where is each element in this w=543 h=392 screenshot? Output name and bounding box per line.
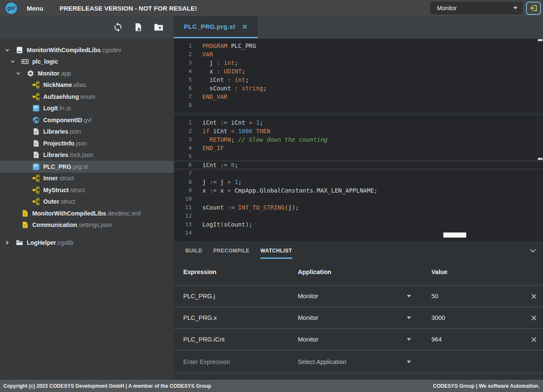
watch-application-dropdown[interactable]: Monitor [298, 314, 431, 321]
watch-value: 50 [431, 293, 524, 300]
watch-expression[interactable]: PLC_PRG.iCnt [183, 336, 298, 343]
mode-dropdown[interactable]: Monitor [430, 2, 523, 14]
line-number: 11 [174, 203, 192, 212]
doc-icon [32, 128, 40, 135]
application-select[interactable]: Select Application [298, 358, 431, 365]
implementation-editor[interactable]: 1iCnt := iCnt + 1;2if iCnt < 1000 THEN3 … [174, 115, 543, 241]
code-line-4: 4END_IF [174, 144, 543, 152]
tree-item-libraries[interactable]: Libraries.lock.json [0, 149, 174, 161]
code-text: END_VAR [192, 92, 227, 101]
decl-scrollbar-thumb[interactable] [538, 39, 543, 41]
tree-item-name: MonitorWithCompiledLibs [27, 47, 101, 53]
watch-application-dropdown[interactable]: Monitor [298, 336, 431, 343]
impl-scrollbar-thumb[interactable] [538, 158, 543, 160]
remove-watch-button[interactable] [531, 336, 537, 343]
tab-plc-prg[interactable]: PLC_PRG.prg.st [174, 16, 258, 38]
tab-close-button[interactable] [242, 24, 248, 30]
editor-splitter[interactable] [174, 112, 543, 115]
panel-collapse-button[interactable] [529, 247, 536, 255]
code-line-12: 12 [174, 212, 543, 220]
panel-tab-build[interactable]: BUILD [185, 248, 202, 259]
code-text: iCnt := 0; [192, 161, 238, 169]
app-window: go! Menu PRERELEASE VERSION - NOT FOR RE… [0, 0, 543, 392]
chevron-down-icon[interactable] [16, 71, 27, 76]
tree-item-extension: .json [68, 128, 81, 135]
code-text: iCnt := iCnt + 1; [192, 118, 263, 127]
tree-item-aufzaehlung[interactable]: Aufzaehlung.enum [0, 91, 174, 103]
tree-item-monitorwithcompiledlibs[interactable]: MonitorWithCompiledLibs.devdesc.xml [0, 207, 174, 219]
watch-value: 964 [431, 336, 524, 343]
code-text: PROGRAM PLC_PRG [192, 42, 256, 50]
watch-value: 3000 [431, 314, 524, 321]
card-icon [21, 58, 29, 65]
tree-item-communication[interactable]: Communication.settings.json [0, 219, 174, 231]
line-number: 1 [174, 42, 192, 50]
code-text: x : UDINT; [192, 67, 245, 76]
code-line-7: 7END_VAR [174, 92, 543, 101]
tree-item-mystruct[interactable]: MyStruct.struct [0, 184, 174, 196]
close-icon [531, 336, 537, 343]
application-select-placeholder: Select Application [298, 358, 346, 365]
new-file-button[interactable] [132, 21, 144, 33]
struct-icon [32, 186, 40, 194]
project-explorer: MonitorWithCompiledLibs.cgodevplc_logicM… [0, 38, 174, 380]
menu-button[interactable]: Menu [27, 5, 43, 12]
declaration-editor[interactable]: 1PROGRAM PLC_PRG2VAR3 j : int;4 x : UDIN… [174, 38, 543, 112]
chevron-down-icon[interactable] [10, 59, 21, 64]
new-file-icon [134, 22, 143, 32]
tree-item-componentid[interactable]: ComponentID.gvl [0, 114, 174, 126]
code-line-14: 14 [174, 229, 543, 237]
tree-item-inner[interactable]: Inner.struct [0, 173, 174, 185]
watch-expression[interactable]: PLC_PRG.j [183, 293, 298, 300]
tree-item-logit[interactable]: LogIt.fn.st [0, 103, 174, 115]
status-footer: Copyright (c) 2023 CODESYS Development G… [0, 380, 543, 392]
panel-tab-watchlist[interactable]: WATCHLIST [260, 248, 292, 259]
decl-scrollbar-track[interactable] [537, 39, 543, 112]
tree-item-extension: .cgodev [101, 47, 121, 53]
line-number: 5 [174, 152, 192, 161]
tree-item-monitorwithcompiledlibs[interactable]: MonitorWithCompiledLibs.cgodev [0, 44, 174, 56]
tree-item-outer[interactable]: Outer.struct [0, 196, 174, 208]
tree-item-monitor[interactable]: Monitor.app [0, 67, 174, 79]
line-number: 7 [174, 92, 192, 101]
tree-item-libraries[interactable]: Libraries.json [0, 126, 174, 138]
remove-watch-button[interactable] [531, 315, 537, 321]
code-text: if iCnt < 1000 THEN [192, 127, 270, 135]
struct-icon [32, 198, 40, 205]
impl-hscrollbar-thumb[interactable] [443, 232, 466, 238]
panel-tab-precompile[interactable]: PRECOMPILE [213, 248, 249, 259]
tree-item-extension: .enum [79, 93, 95, 100]
gear-icon [27, 70, 34, 77]
chevron-down-icon[interactable] [5, 48, 16, 53]
tree-item-loghelper[interactable]: LogHelper.cgolib [0, 237, 174, 249]
tree-gap [0, 231, 174, 237]
tree-item-name: Libraries [43, 151, 68, 158]
tree-item-plc_logic[interactable]: plc_logic [0, 56, 174, 68]
code-line-6: 6 sCount : string; [174, 84, 543, 92]
line-number: 13 [174, 220, 192, 229]
expression-input[interactable]: Enter Expression [183, 358, 298, 365]
remove-watch-button[interactable] [531, 293, 537, 300]
watch-application-value: Monitor [298, 314, 318, 321]
impl-scrollbar-track[interactable] [537, 115, 543, 241]
code-text [192, 212, 202, 220]
chevron-right-icon[interactable] [5, 240, 16, 245]
tree-item-plc_prg[interactable]: PLC_PRG.prg.st [0, 161, 174, 173]
code-text: iCnt : int; [192, 76, 249, 84]
line-number: 12 [174, 212, 192, 220]
sync-button[interactable] [112, 21, 124, 33]
login-logout-button[interactable] [526, 2, 541, 15]
stfile-icon [32, 104, 40, 112]
doc-icon [32, 151, 40, 159]
new-folder-icon [154, 22, 164, 32]
tree-item-nickname[interactable]: NickName.alias [0, 79, 174, 91]
line-number: 4 [174, 67, 192, 76]
line-number: 4 [174, 144, 192, 152]
stfile-icon [32, 163, 40, 171]
tree-item-projectinfo[interactable]: ProjectInfo.json [0, 137, 174, 149]
close-icon [242, 24, 248, 30]
new-folder-button[interactable] [153, 21, 165, 33]
watch-application-dropdown[interactable]: Monitor [298, 293, 431, 300]
watch-expression[interactable]: PLC_PRG.x [183, 314, 298, 321]
globe-icon [32, 116, 40, 124]
